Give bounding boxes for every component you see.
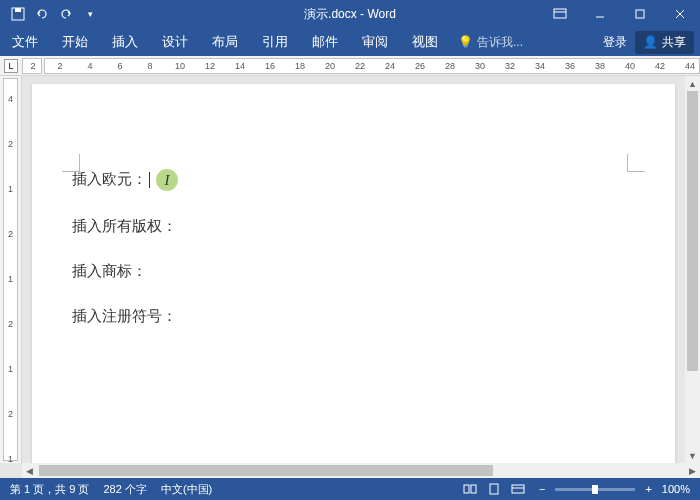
scroll-thumb[interactable] xyxy=(39,465,493,476)
status-bar: 第 1 页，共 9 页 282 个字 中文(中国) − + 100% xyxy=(0,478,700,500)
tab-layout[interactable]: 布局 xyxy=(200,28,250,56)
zoom-slider[interactable] xyxy=(555,488,635,491)
margin-corner xyxy=(627,154,645,172)
svg-rect-2 xyxy=(554,9,566,18)
tab-insert[interactable]: 插入 xyxy=(100,28,150,56)
vertical-ruler[interactable]: 421212121 xyxy=(0,76,22,463)
tab-mailings[interactable]: 邮件 xyxy=(300,28,350,56)
doc-line[interactable]: 插入欧元： xyxy=(72,169,635,191)
doc-line[interactable]: 插入所有版权： xyxy=(72,217,635,236)
lightbulb-icon: 💡 xyxy=(458,35,473,49)
window-title: 演示.docx - Word xyxy=(304,6,396,23)
scroll-thumb[interactable] xyxy=(687,91,698,371)
tab-file[interactable]: 文件 xyxy=(0,28,50,56)
maximize-icon[interactable] xyxy=(620,0,660,28)
zoom-in-icon[interactable]: + xyxy=(645,483,651,495)
svg-rect-10 xyxy=(490,484,498,494)
svg-rect-1 xyxy=(15,8,21,12)
undo-icon[interactable] xyxy=(34,6,50,22)
login-link[interactable]: 登录 xyxy=(603,34,627,51)
doc-line[interactable]: 插入注册符号： xyxy=(72,307,635,326)
horizontal-ruler[interactable]: L 2 246810121416182022242628303234363840… xyxy=(0,56,700,76)
language[interactable]: 中文(中国) xyxy=(161,482,212,497)
svg-rect-9 xyxy=(471,485,476,493)
scroll-left-icon[interactable]: ◀ xyxy=(22,463,37,478)
share-button[interactable]: 👤 共享 xyxy=(635,31,694,54)
zoom-level[interactable]: 100% xyxy=(662,483,690,495)
qat-customize-icon[interactable]: ▾ xyxy=(82,6,98,22)
horizontal-scrollbar[interactable]: ◀ ▶ xyxy=(22,463,700,478)
close-icon[interactable] xyxy=(660,0,700,28)
ribbon-tabs: 文件 开始 插入 设计 布局 引用 邮件 审阅 视图 💡 告诉我... 登录 👤… xyxy=(0,28,700,56)
svg-rect-5 xyxy=(636,10,644,18)
web-layout-icon[interactable] xyxy=(507,481,529,497)
print-layout-icon[interactable] xyxy=(483,481,505,497)
read-mode-icon[interactable] xyxy=(459,481,481,497)
doc-line[interactable]: 插入商标： xyxy=(72,262,635,281)
text-cursor xyxy=(149,172,150,188)
tab-view[interactable]: 视图 xyxy=(400,28,450,56)
page: 插入欧元： 插入所有版权： 插入商标： 插入注册符号： xyxy=(32,84,675,463)
save-icon[interactable] xyxy=(10,6,26,22)
zoom-out-icon[interactable]: − xyxy=(539,483,545,495)
svg-rect-11 xyxy=(512,485,524,493)
svg-rect-8 xyxy=(464,485,469,493)
margin-corner xyxy=(62,154,80,172)
page-count[interactable]: 第 1 页，共 9 页 xyxy=(10,482,89,497)
ribbon-display-icon[interactable] xyxy=(540,0,580,28)
vertical-scrollbar[interactable]: ▲ ▼ xyxy=(685,76,700,463)
scroll-up-icon[interactable]: ▲ xyxy=(685,76,700,91)
minimize-icon[interactable] xyxy=(580,0,620,28)
person-icon: 👤 xyxy=(643,35,658,49)
scroll-down-icon[interactable]: ▼ xyxy=(685,448,700,463)
document-area[interactable]: 插入欧元： 插入所有版权： 插入商标： 插入注册符号： xyxy=(22,76,685,463)
cursor-highlight-icon xyxy=(156,169,178,191)
scroll-right-icon[interactable]: ▶ xyxy=(685,463,700,478)
redo-icon[interactable] xyxy=(58,6,74,22)
word-count[interactable]: 282 个字 xyxy=(103,482,146,497)
tab-references[interactable]: 引用 xyxy=(250,28,300,56)
tab-design[interactable]: 设计 xyxy=(150,28,200,56)
tell-me-search[interactable]: 💡 告诉我... xyxy=(450,28,531,56)
tab-review[interactable]: 审阅 xyxy=(350,28,400,56)
tab-home[interactable]: 开始 xyxy=(50,28,100,56)
tab-selector-icon[interactable]: L xyxy=(4,59,18,73)
